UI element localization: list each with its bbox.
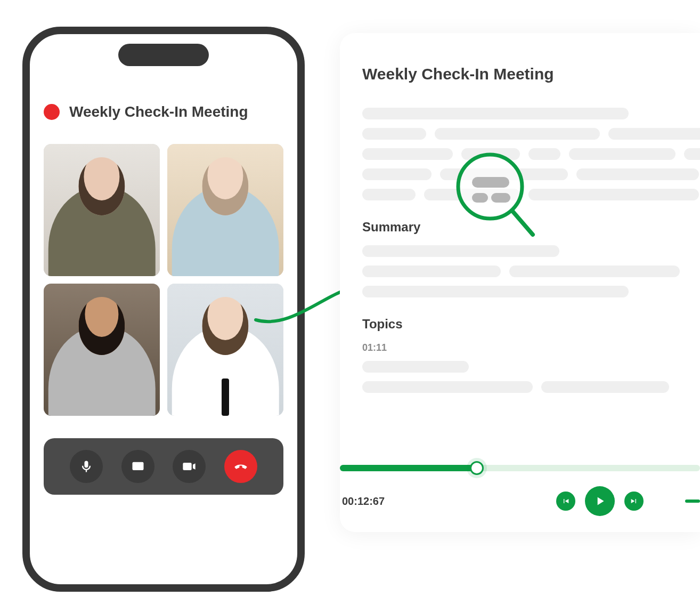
mic-button[interactable] [70,450,103,483]
volume-down-button[interactable] [685,500,700,503]
phone-notch [118,44,209,66]
meeting-title: Weekly Check-In Meeting [69,103,248,120]
current-time: 00:12:67 [342,495,385,508]
audio-player: 00:12:67 [340,465,700,516]
topic-timestamp: 01:11 [362,342,700,353]
seek-thumb[interactable] [470,461,484,475]
screen-share-icon [131,459,145,474]
seek-bar[interactable] [340,465,700,471]
recording-indicator-icon [44,104,60,120]
next-button[interactable] [624,492,644,511]
play-icon [593,494,607,508]
participant-tile[interactable] [44,144,160,276]
participant-tile[interactable] [167,144,283,276]
end-call-icon [233,459,248,474]
participant-tile[interactable] [167,284,283,416]
phone-mockup: Weekly Check-In Meeting [22,27,305,592]
skip-previous-icon [561,497,570,505]
participants-grid [44,144,283,416]
screen-share-button[interactable] [121,450,154,483]
recording-header: Weekly Check-In Meeting [44,103,283,120]
call-control-bar [44,438,283,495]
svg-rect-0 [132,462,143,470]
participant-tile[interactable] [44,284,160,416]
end-call-button[interactable] [224,450,257,483]
video-icon [182,459,197,474]
svg-point-1 [458,155,522,219]
play-button[interactable] [585,486,615,516]
skip-next-icon [630,497,638,505]
microphone-icon [79,459,94,474]
topics-heading: Topics [362,317,700,332]
video-button[interactable] [173,450,206,483]
transcript-card: Weekly Check-In Meeting Summary Topics 0… [340,33,700,532]
summary-heading: Summary [362,220,700,235]
card-title: Weekly Check-In Meeting [362,65,700,83]
previous-button[interactable] [556,492,575,511]
